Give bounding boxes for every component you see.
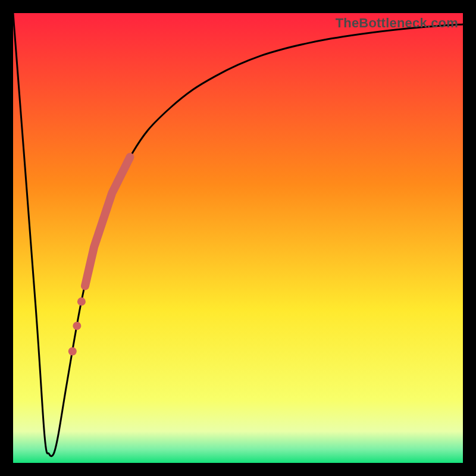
highlight-dot: [77, 298, 86, 306]
chart-frame: TheBottleneck.com: [0, 0, 476, 476]
highlight-dot: [68, 347, 77, 356]
bottleneck-chart: [13, 13, 463, 463]
gradient-background: [13, 13, 463, 463]
highlight-dot: [73, 322, 81, 330]
plot-area: TheBottleneck.com: [13, 13, 463, 463]
